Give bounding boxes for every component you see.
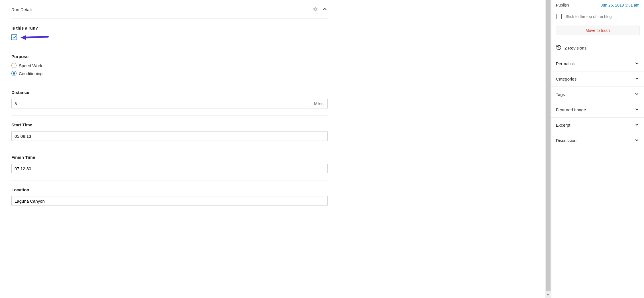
label-purpose: Purpose (11, 54, 328, 59)
label-is-run: Is this a run? (11, 26, 328, 30)
chevron-down-icon (634, 137, 639, 143)
field-purpose: Purpose Speed Work Conditioning (11, 47, 328, 83)
scroll-down-icon[interactable]: ▼ (546, 293, 550, 297)
scrollbar-thumb[interactable] (546, 0, 551, 291)
chevron-down-icon (634, 122, 639, 128)
chevron-down-icon (634, 76, 639, 82)
checkbox-stick-top[interactable] (556, 14, 562, 19)
field-location: Location (11, 180, 328, 213)
categories-label: Categories (556, 77, 577, 81)
field-distance: Distance Miles (11, 83, 328, 116)
field-is-run: Is this a run? (11, 19, 328, 47)
panel-title: Run Details (11, 7, 34, 12)
sidebar-tags[interactable]: Tags (551, 87, 644, 102)
featured-image-label: Featured Image (556, 107, 586, 112)
discussion-label: Discussion (556, 138, 577, 143)
panel-header: Run Details (11, 0, 328, 19)
field-finish-time: Finish Time (11, 148, 328, 180)
move-to-trash-button[interactable]: Move to trash (556, 26, 639, 35)
label-finish-time: Finish Time (11, 155, 328, 160)
field-start-time: Start Time (11, 116, 328, 148)
gear-icon[interactable] (313, 7, 318, 13)
distance-unit: Miles (310, 99, 328, 108)
history-icon (556, 45, 562, 51)
label-start-time: Start Time (11, 122, 328, 127)
radio-speed-work[interactable]: Speed Work (11, 63, 328, 68)
chevron-down-icon (634, 91, 639, 97)
sidebar-featured-image[interactable]: Featured Image (551, 102, 644, 117)
permalink-label: Permalink (556, 61, 575, 66)
sidebar-publish-row: Publish Jun 26, 2019 3:31 am (551, 0, 644, 9)
label-location: Location (11, 187, 328, 192)
excerpt-label: Excerpt (556, 123, 570, 128)
input-start-time[interactable] (11, 131, 328, 141)
svg-marker-1 (21, 35, 26, 40)
checkbox-is-run[interactable] (11, 34, 17, 40)
svg-line-0 (25, 37, 48, 38)
sidebar-excerpt[interactable]: Excerpt (551, 117, 644, 133)
panel-actions (313, 6, 328, 13)
sidebar: Publish Jun 26, 2019 3:31 am Stick to th… (551, 0, 644, 298)
tags-label: Tags (556, 92, 565, 97)
sidebar-categories[interactable]: Categories (551, 71, 644, 87)
stick-label: Stick to the top of the blog (566, 14, 612, 19)
chevron-down-icon (634, 107, 639, 113)
sidebar-permalink[interactable]: Permalink (551, 56, 644, 71)
label-distance: Distance (11, 90, 328, 95)
main-scrollbar[interactable]: ▼ (545, 0, 551, 298)
publish-date-link[interactable]: Jun 26, 2019 3:31 am (601, 3, 639, 7)
radio-circle-icon (11, 63, 17, 68)
radio-group-purpose: Speed Work Conditioning (11, 63, 328, 76)
sidebar-discussion[interactable]: Discussion (551, 133, 644, 148)
sidebar-wrapper: ▼ Publish Jun 26, 2019 3:31 am Stick to … (545, 0, 644, 298)
revisions-label: 2 Revisions (564, 46, 587, 50)
radio-circle-icon (11, 71, 17, 76)
panel-run-details: Run Details Is this a run? (0, 0, 339, 218)
annotation-arrow (19, 33, 51, 43)
chevron-up-icon[interactable] (322, 6, 328, 13)
chevron-down-icon (634, 61, 639, 67)
input-distance[interactable] (11, 99, 310, 108)
publish-label: Publish (556, 3, 569, 7)
input-finish-time[interactable] (11, 164, 328, 173)
sidebar-stick-row: Stick to the top of the blog (551, 9, 644, 24)
sidebar-revisions[interactable]: 2 Revisions (551, 40, 644, 56)
radio-label: Conditioning (19, 71, 42, 76)
radio-conditioning[interactable]: Conditioning (11, 71, 328, 76)
radio-label: Speed Work (19, 63, 42, 68)
input-location[interactable] (11, 196, 328, 206)
main-content: Run Details Is this a run? (0, 0, 545, 298)
radio-dot-icon (13, 72, 15, 75)
